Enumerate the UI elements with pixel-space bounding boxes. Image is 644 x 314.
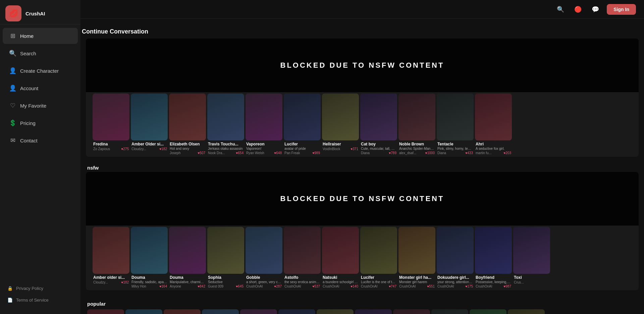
char-author: Nook Dra... bbox=[208, 151, 225, 155]
char-meta: CrushOnAI ♥287 bbox=[246, 285, 282, 288]
char-thumbnail bbox=[508, 309, 545, 314]
popular-row: Natsuki a tsundere schoolgirl from Doki … bbox=[80, 308, 644, 314]
char-card[interactable]: Fredina Zo Zapious ♥275 bbox=[355, 309, 392, 314]
char-name: Cat boy bbox=[361, 142, 396, 146]
char-desc: Monster girl harem bbox=[399, 280, 435, 284]
account-icon: 👤 bbox=[9, 85, 16, 91]
char-card[interactable]: Noble Brown Anarchic Spider-Man, Punk-Ro… bbox=[398, 93, 435, 155]
char-card[interactable]: Sophia Seductive Guest 009 ♥645 bbox=[207, 227, 244, 289]
char-meta: CrushOnAI ♥537 bbox=[284, 285, 320, 288]
char-image bbox=[169, 93, 206, 140]
char-card[interactable]: Lucifer avatar of pride Pan Freak ♥989 bbox=[284, 93, 321, 155]
char-info: Vaporeon Vaporeon! Ryan Welsh ♥648 bbox=[246, 140, 282, 155]
char-card[interactable]: Natsuki a tsundere schoolgirl from Doki … bbox=[322, 227, 359, 289]
sidebar-item-search[interactable]: 🔍 Search bbox=[3, 45, 78, 61]
char-card[interactable]: Dokuudere girl... your strong, attention… bbox=[202, 309, 239, 314]
char-card[interactable]: Hellraiser VoidInBlock ♥371 bbox=[322, 93, 359, 155]
sidebar-item-create[interactable]: 👤 Create Character bbox=[3, 63, 78, 79]
char-desc: Friendly, sadistic, apathetic, bbox=[131, 280, 167, 284]
char-card[interactable]: Lucifer Lucifer is the one of the main c… bbox=[360, 227, 397, 289]
char-card[interactable]: Amber older si... Cloudzy... ♥182 bbox=[164, 309, 201, 314]
char-card[interactable]: Boyfriend Possessive, keeping, loving, C… bbox=[475, 227, 512, 289]
char-card[interactable]: Mitsuri Kanroji Anime character , beauti… bbox=[431, 309, 468, 314]
char-info: Cat boy Cute, muscular, tall, horny, lov… bbox=[360, 140, 397, 155]
char-info: Sophia Seductive Guest 009 ♥645 bbox=[207, 274, 244, 289]
sidebar-label-account: Account bbox=[20, 85, 38, 91]
char-thumbnail bbox=[322, 93, 359, 140]
sidebar-item-home[interactable]: ⊞ Home bbox=[3, 28, 78, 44]
char-desc: Jerkass otaku assassin bbox=[208, 147, 244, 150]
char-image bbox=[322, 227, 359, 274]
char-author: Ryan Welsh bbox=[246, 151, 264, 155]
char-card[interactable]: Douma Manipulative, charming, overly Any… bbox=[169, 227, 206, 289]
char-name: Elizabeth Olsen bbox=[170, 142, 205, 146]
sidebar-bottom-terms[interactable]: 📄 Terms of Service bbox=[3, 294, 78, 306]
char-meta: CrushOnAI ♥551 bbox=[399, 285, 435, 288]
sign-in-button[interactable]: Sign In bbox=[607, 4, 636, 15]
char-card[interactable]: Vaporeon Vaporeon! Ryan Welsh ♥648 bbox=[246, 93, 282, 155]
char-thumbnail bbox=[246, 227, 282, 274]
char-author: Milvy Hon bbox=[131, 285, 146, 288]
char-image bbox=[431, 309, 468, 314]
char-image bbox=[169, 227, 206, 274]
notification-button[interactable]: 🔴 bbox=[572, 3, 584, 15]
search-button[interactable]: 🔍 bbox=[554, 3, 567, 15]
char-likes: ♥654 bbox=[236, 151, 244, 155]
sidebar-item-myfavorite[interactable]: ♡ My Favorite bbox=[3, 98, 78, 114]
char-card[interactable]: Amber Older si... Cloudzy... ♥182 bbox=[131, 93, 168, 155]
char-card[interactable]: Boyfriend Possessive, keeping, loving, C… bbox=[317, 309, 354, 314]
char-thumbnail bbox=[475, 227, 512, 274]
char-name: Astolfo bbox=[284, 275, 320, 280]
char-image bbox=[284, 93, 321, 140]
sidebar-bottom-label-terms: Terms of Service bbox=[16, 298, 49, 303]
chat-button[interactable]: 💬 bbox=[589, 3, 601, 15]
char-card[interactable]: Natsuki a tsundere schoolgirl from Doki … bbox=[87, 309, 124, 314]
char-meta: Nook Dra... ♥654 bbox=[208, 151, 244, 155]
sidebar-item-pricing[interactable]: 💲 Pricing bbox=[3, 115, 78, 131]
char-image bbox=[475, 227, 512, 274]
char-card[interactable]: Astolfo the sexy erotica anime femboy Cr… bbox=[278, 309, 315, 314]
char-card[interactable]: Dokuudere girl... your strong, attention… bbox=[437, 227, 474, 289]
char-card[interactable]: Oujodere Girlfr... I am your gentle, mat… bbox=[240, 309, 277, 314]
char-name: Douma bbox=[131, 275, 167, 280]
char-author: CrushOnAI bbox=[246, 285, 263, 288]
char-card[interactable]: Cute Dom Boy... Possessive, sweet, carin… bbox=[393, 309, 430, 314]
char-card[interactable]: Frie... Milvy... bbox=[508, 309, 545, 314]
char-meta: VoidInBlock ♥371 bbox=[323, 147, 358, 151]
char-card[interactable]: Tentacle Pink, slimy, horny, tentacle Di… bbox=[437, 93, 474, 155]
char-author: Guest 009 bbox=[208, 285, 223, 288]
char-card[interactable]: Fredina Zo Zapious ♥275 bbox=[93, 93, 129, 155]
char-thumbnail bbox=[360, 227, 397, 274]
char-card[interactable]: Douma Friendly, sadistic, apathetic, Mil… bbox=[131, 227, 168, 289]
nsfw-section: nsfw BLOCKED DUE TO NSFW CONTENT Amber o… bbox=[80, 162, 644, 290]
char-name: Amber older si... bbox=[93, 275, 129, 280]
char-card[interactable]: Toxi Crus... bbox=[513, 227, 550, 289]
char-card[interactable]: Amber older si... Cloudzy... ♥182 bbox=[93, 227, 129, 289]
char-image bbox=[125, 309, 162, 314]
sidebar-item-account[interactable]: 👤 Account bbox=[3, 80, 78, 96]
char-image bbox=[508, 309, 545, 314]
char-thumbnail bbox=[207, 93, 244, 140]
sidebar-item-contact[interactable]: ✉ Contact bbox=[3, 132, 78, 148]
char-desc: a short, green, very cute, goblin girl bbox=[246, 280, 282, 284]
terms-icon: 📄 bbox=[7, 298, 13, 303]
char-card[interactable]: Astolfo the sexy erotica anime femboy Cr… bbox=[284, 227, 321, 289]
char-meta: Zo Zapious ♥275 bbox=[93, 147, 129, 151]
char-thumbnail bbox=[93, 93, 129, 140]
char-desc: Manipulative, charming, overly bbox=[170, 280, 205, 284]
char-card[interactable]: Cat boy Cute, muscular, tall, horny, lov… bbox=[360, 93, 397, 155]
char-card[interactable]: Monster girl ha... Monster girl harem Cr… bbox=[398, 227, 435, 289]
char-card[interactable]: Ahri A seductive fox girl. martin fu... … bbox=[470, 309, 506, 314]
char-image bbox=[87, 309, 124, 314]
char-meta: Guest 009 ♥645 bbox=[208, 285, 244, 288]
char-card[interactable]: Rich boyfriend Your billionaire boyfrien… bbox=[125, 309, 162, 314]
char-card[interactable]: Ahri A seductive fox girl. martin fu... … bbox=[475, 93, 512, 155]
char-likes: ♥182 bbox=[121, 280, 129, 284]
char-card[interactable]: Elizabeth Olsen Hot and sexy Joseph ♥507 bbox=[169, 93, 206, 155]
char-likes: ♥164 bbox=[159, 285, 167, 288]
char-card[interactable]: Travis Touchu... Jerkass otaku assassin … bbox=[207, 93, 244, 155]
char-card[interactable]: Gobble a short, green, very cute, goblin… bbox=[246, 227, 282, 289]
continue-conversation-title: Continue Conversation bbox=[80, 24, 644, 39]
sidebar-logo[interactable]: 💋 CrushAI bbox=[0, 0, 80, 24]
sidebar-bottom-privacy[interactable]: 🔒 Privacy Policy bbox=[3, 282, 78, 294]
